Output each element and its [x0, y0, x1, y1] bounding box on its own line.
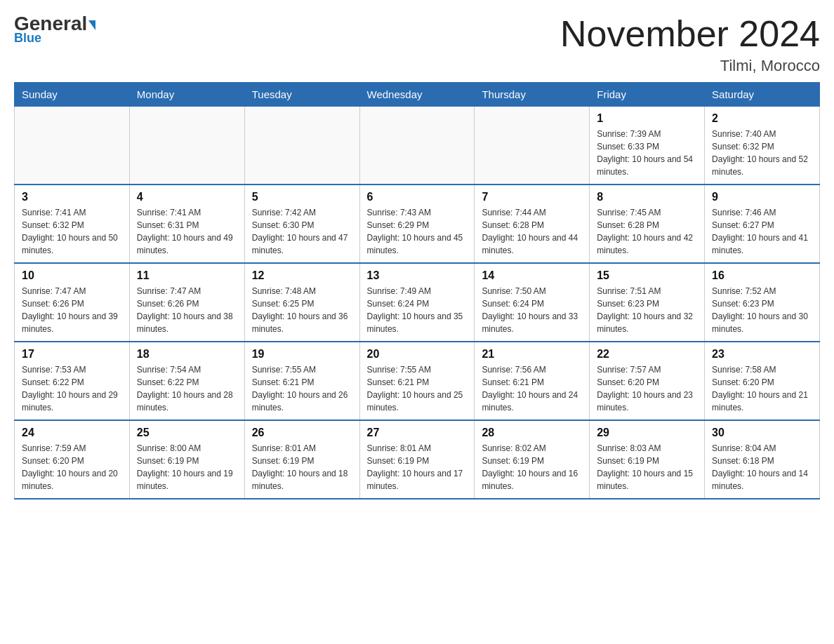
- week-row-3: 10Sunrise: 7:47 AM Sunset: 6:26 PM Dayli…: [15, 263, 820, 342]
- calendar-cell: 18Sunrise: 7:54 AM Sunset: 6:22 PM Dayli…: [129, 342, 244, 420]
- weekday-header-row: SundayMondayTuesdayWednesdayThursdayFrid…: [15, 83, 820, 107]
- calendar-cell: 23Sunrise: 7:58 AM Sunset: 6:20 PM Dayli…: [705, 342, 820, 420]
- day-number: 18: [137, 348, 237, 361]
- calendar-cell: [244, 107, 359, 185]
- day-info: Sunrise: 7:47 AM Sunset: 6:26 PM Dayligh…: [22, 285, 122, 335]
- day-info: Sunrise: 7:43 AM Sunset: 6:29 PM Dayligh…: [367, 206, 468, 257]
- calendar-cell: 21Sunrise: 7:56 AM Sunset: 6:21 PM Dayli…: [475, 342, 590, 420]
- calendar-cell: 29Sunrise: 8:03 AM Sunset: 6:19 PM Dayli…: [590, 420, 705, 499]
- calendar-cell: [129, 107, 244, 185]
- calendar-cell: 27Sunrise: 8:01 AM Sunset: 6:19 PM Dayli…: [359, 420, 475, 499]
- logo: General Blue: [14, 14, 95, 46]
- day-info: Sunrise: 7:48 AM Sunset: 6:25 PM Dayligh…: [252, 285, 352, 335]
- logo-blue: Blue: [14, 31, 41, 46]
- calendar-cell: 4Sunrise: 7:41 AM Sunset: 6:31 PM Daylig…: [129, 185, 244, 263]
- week-row-1: 1Sunrise: 7:39 AM Sunset: 6:33 PM Daylig…: [15, 107, 820, 185]
- day-number: 20: [367, 348, 468, 361]
- calendar-cell: 6Sunrise: 7:43 AM Sunset: 6:29 PM Daylig…: [359, 185, 475, 263]
- day-info: Sunrise: 8:02 AM Sunset: 6:19 PM Dayligh…: [482, 442, 582, 492]
- day-info: Sunrise: 8:00 AM Sunset: 6:19 PM Dayligh…: [137, 442, 237, 492]
- day-number: 10: [22, 269, 122, 282]
- day-info: Sunrise: 8:01 AM Sunset: 6:19 PM Dayligh…: [367, 442, 468, 492]
- calendar-cell: 20Sunrise: 7:55 AM Sunset: 6:21 PM Dayli…: [359, 342, 475, 420]
- day-info: Sunrise: 7:45 AM Sunset: 6:28 PM Dayligh…: [597, 206, 697, 257]
- day-info: Sunrise: 7:56 AM Sunset: 6:21 PM Dayligh…: [482, 363, 582, 414]
- day-number: 4: [137, 191, 237, 203]
- calendar-cell: 2Sunrise: 7:40 AM Sunset: 6:32 PM Daylig…: [705, 107, 820, 185]
- day-info: Sunrise: 7:40 AM Sunset: 6:32 PM Dayligh…: [712, 128, 812, 178]
- day-info: Sunrise: 7:47 AM Sunset: 6:26 PM Dayligh…: [137, 285, 237, 335]
- weekday-monday: Monday: [129, 83, 244, 107]
- calendar-cell: 15Sunrise: 7:51 AM Sunset: 6:23 PM Dayli…: [590, 263, 705, 342]
- weekday-thursday: Thursday: [475, 83, 590, 107]
- calendar-cell: 16Sunrise: 7:52 AM Sunset: 6:23 PM Dayli…: [705, 263, 820, 342]
- day-number: 23: [712, 348, 812, 361]
- calendar-cell: 30Sunrise: 8:04 AM Sunset: 6:18 PM Dayli…: [705, 420, 820, 499]
- weekday-tuesday: Tuesday: [244, 83, 359, 107]
- week-row-5: 24Sunrise: 7:59 AM Sunset: 6:20 PM Dayli…: [15, 420, 820, 499]
- calendar-cell: 5Sunrise: 7:42 AM Sunset: 6:30 PM Daylig…: [244, 185, 359, 263]
- day-info: Sunrise: 7:50 AM Sunset: 6:24 PM Dayligh…: [482, 285, 582, 335]
- day-number: 17: [22, 348, 122, 361]
- day-number: 30: [712, 427, 812, 439]
- weekday-sunday: Sunday: [15, 83, 130, 107]
- day-number: 29: [597, 427, 697, 439]
- day-number: 16: [712, 269, 812, 282]
- calendar-cell: 13Sunrise: 7:49 AM Sunset: 6:24 PM Dayli…: [359, 263, 475, 342]
- day-number: 2: [712, 112, 812, 125]
- day-info: Sunrise: 7:42 AM Sunset: 6:30 PM Dayligh…: [252, 206, 352, 257]
- day-number: 27: [367, 427, 468, 439]
- day-number: 22: [597, 348, 697, 361]
- day-info: Sunrise: 7:57 AM Sunset: 6:20 PM Dayligh…: [597, 363, 697, 414]
- day-number: 25: [137, 427, 237, 439]
- day-number: 13: [367, 269, 468, 282]
- day-info: Sunrise: 7:51 AM Sunset: 6:23 PM Dayligh…: [597, 285, 697, 335]
- calendar-cell: 8Sunrise: 7:45 AM Sunset: 6:28 PM Daylig…: [590, 185, 705, 263]
- day-info: Sunrise: 7:52 AM Sunset: 6:23 PM Dayligh…: [712, 285, 812, 335]
- day-number: 28: [482, 427, 582, 439]
- month-title: November 2024: [560, 14, 820, 54]
- day-number: 21: [482, 348, 582, 361]
- day-number: 12: [252, 269, 352, 282]
- day-number: 3: [22, 191, 122, 203]
- calendar-table: SundayMondayTuesdayWednesdayThursdayFrid…: [14, 82, 820, 499]
- day-info: Sunrise: 7:55 AM Sunset: 6:21 PM Dayligh…: [367, 363, 468, 414]
- calendar-cell: 9Sunrise: 7:46 AM Sunset: 6:27 PM Daylig…: [705, 185, 820, 263]
- calendar-cell: 10Sunrise: 7:47 AM Sunset: 6:26 PM Dayli…: [15, 263, 130, 342]
- day-number: 8: [597, 191, 697, 203]
- day-number: 9: [712, 191, 812, 203]
- day-number: 5: [252, 191, 352, 203]
- calendar-cell: [15, 107, 130, 185]
- weekday-saturday: Saturday: [705, 83, 820, 107]
- day-info: Sunrise: 7:39 AM Sunset: 6:33 PM Dayligh…: [597, 128, 697, 178]
- day-info: Sunrise: 8:04 AM Sunset: 6:18 PM Dayligh…: [712, 442, 812, 492]
- title-block: November 2024 Tilmi, Morocco: [560, 14, 820, 75]
- day-info: Sunrise: 7:41 AM Sunset: 6:31 PM Dayligh…: [137, 206, 237, 257]
- calendar-cell: 3Sunrise: 7:41 AM Sunset: 6:32 PM Daylig…: [15, 185, 130, 263]
- week-row-4: 17Sunrise: 7:53 AM Sunset: 6:22 PM Dayli…: [15, 342, 820, 420]
- location: Tilmi, Morocco: [560, 57, 820, 75]
- week-row-2: 3Sunrise: 7:41 AM Sunset: 6:32 PM Daylig…: [15, 185, 820, 263]
- day-info: Sunrise: 7:59 AM Sunset: 6:20 PM Dayligh…: [22, 442, 122, 492]
- day-info: Sunrise: 7:54 AM Sunset: 6:22 PM Dayligh…: [137, 363, 237, 414]
- calendar-cell: 7Sunrise: 7:44 AM Sunset: 6:28 PM Daylig…: [475, 185, 590, 263]
- day-number: 6: [367, 191, 468, 203]
- day-info: Sunrise: 8:01 AM Sunset: 6:19 PM Dayligh…: [252, 442, 352, 492]
- day-info: Sunrise: 7:58 AM Sunset: 6:20 PM Dayligh…: [712, 363, 812, 414]
- calendar-cell: 12Sunrise: 7:48 AM Sunset: 6:25 PM Dayli…: [244, 263, 359, 342]
- calendar-cell: 11Sunrise: 7:47 AM Sunset: 6:26 PM Dayli…: [129, 263, 244, 342]
- day-number: 26: [252, 427, 352, 439]
- page-header: General Blue November 2024 Tilmi, Morocc…: [14, 14, 820, 75]
- day-number: 24: [22, 427, 122, 439]
- calendar-cell: 19Sunrise: 7:55 AM Sunset: 6:21 PM Dayli…: [244, 342, 359, 420]
- weekday-friday: Friday: [590, 83, 705, 107]
- day-number: 11: [137, 269, 237, 282]
- weekday-wednesday: Wednesday: [359, 83, 475, 107]
- day-number: 7: [482, 191, 582, 203]
- day-info: Sunrise: 7:44 AM Sunset: 6:28 PM Dayligh…: [482, 206, 582, 257]
- calendar-cell: 22Sunrise: 7:57 AM Sunset: 6:20 PM Dayli…: [590, 342, 705, 420]
- day-number: 14: [482, 269, 582, 282]
- day-number: 15: [597, 269, 697, 282]
- calendar-cell: 28Sunrise: 8:02 AM Sunset: 6:19 PM Dayli…: [475, 420, 590, 499]
- day-info: Sunrise: 7:46 AM Sunset: 6:27 PM Dayligh…: [712, 206, 812, 257]
